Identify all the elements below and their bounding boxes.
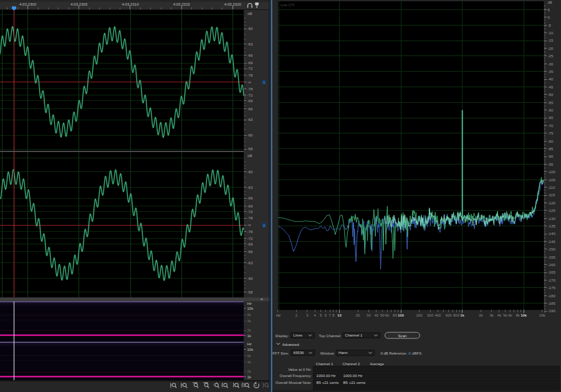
- svg-text:4k: 4k: [497, 313, 502, 317]
- svg-text:Hz: Hz: [247, 302, 252, 305]
- svg-text:Channel 1: Channel 1: [345, 333, 363, 337]
- svg-text:-80: -80: [548, 139, 554, 143]
- svg-text:Hz: Hz: [276, 313, 280, 317]
- svg-text:10: 10: [337, 313, 342, 317]
- svg-text:dB: dB: [548, 1, 552, 4]
- svg-text:Display:: Display:: [276, 333, 289, 338]
- svg-text:-190: -190: [548, 308, 556, 313]
- svg-text:6k: 6k: [508, 313, 512, 317]
- svg-text:-78: -78: [247, 216, 254, 220]
- svg-text:1000.00 Hz: 1000.00 Hz: [317, 373, 336, 378]
- svg-text:-90: -90: [548, 154, 554, 158]
- svg-text:-60: -60: [247, 276, 254, 280]
- svg-text:5k: 5k: [503, 313, 507, 317]
- svg-text:1000.00 Hz: 1000.00 Hz: [343, 373, 363, 378]
- svg-text:dBFS: dBFS: [412, 351, 421, 355]
- svg-text:-40: -40: [548, 77, 554, 81]
- svg-text:-58: -58: [247, 146, 254, 151]
- svg-text:60: 60: [385, 313, 390, 317]
- svg-text:6k: 6k: [247, 313, 252, 317]
- svg-text:0: 0: [548, 15, 550, 19]
- svg-text:-155: -155: [548, 255, 556, 259]
- svg-text:4:03.2300: 4:03.2300: [19, 2, 37, 6]
- svg-text:Channel 1: Channel 1: [316, 361, 333, 366]
- svg-text:-63: -63: [247, 117, 254, 122]
- svg-text:-60: -60: [247, 133, 254, 137]
- svg-text:2k: 2k: [247, 328, 252, 332]
- svg-text:-140: -140: [548, 231, 556, 236]
- svg-text:FFT Size:: FFT Size:: [272, 351, 289, 355]
- svg-text:-72: -72: [247, 236, 254, 241]
- svg-text:-72: -72: [247, 93, 254, 97]
- svg-text:-66: -66: [247, 53, 254, 57]
- svg-text:-50: -50: [548, 92, 554, 97]
- svg-text:-78: -78: [247, 87, 254, 91]
- svg-text:-110: -110: [548, 185, 555, 189]
- svg-text:-30: -30: [548, 62, 554, 66]
- svg-text:-63: -63: [247, 185, 254, 189]
- svg-text:800: 800: [453, 313, 460, 317]
- svg-text:-60: -60: [548, 108, 554, 112]
- svg-text:40: 40: [374, 313, 378, 317]
- svg-text:100: 100: [398, 313, 405, 317]
- svg-text:-130: -130: [548, 216, 556, 221]
- svg-text:-72: -72: [247, 66, 254, 70]
- svg-text:10k: 10k: [520, 313, 527, 317]
- svg-text:4k: 4k: [247, 360, 252, 364]
- svg-text:-15: -15: [548, 38, 554, 42]
- svg-text:B5 +21 cents: B5 +21 cents: [317, 380, 339, 385]
- svg-text:-78: -78: [247, 73, 254, 77]
- svg-text:-125: -125: [548, 208, 556, 213]
- svg-text:-35: -35: [548, 69, 554, 74]
- svg-text:-63: -63: [247, 42, 254, 46]
- svg-text:-165: -165: [548, 270, 556, 274]
- svg-text:2k: 2k: [479, 313, 483, 317]
- svg-text:5: 5: [548, 7, 550, 12]
- svg-text:4:03.2315: 4:03.2315: [173, 2, 191, 6]
- svg-text:4k: 4k: [247, 319, 252, 323]
- svg-text:-55: -55: [548, 100, 554, 105]
- svg-text:-25: -25: [548, 54, 554, 58]
- svg-text:8k: 8k: [515, 313, 520, 317]
- svg-text:1k: 1k: [460, 313, 464, 317]
- svg-text:-105: -105: [548, 178, 556, 182]
- svg-text:-∞: -∞: [247, 222, 251, 227]
- svg-text:10k: 10k: [247, 348, 254, 351]
- svg-text:-145: -145: [548, 239, 556, 244]
- svg-text:200: 200: [416, 313, 423, 317]
- svg-text:-45: -45: [548, 85, 554, 89]
- svg-text:Hz: Hz: [247, 342, 252, 346]
- svg-text:50: 50: [380, 313, 385, 317]
- svg-text:Window:: Window:: [320, 351, 335, 355]
- svg-text:-69: -69: [247, 98, 254, 103]
- svg-text:Channel 2: Channel 2: [343, 361, 360, 366]
- svg-text:-63: -63: [247, 261, 254, 265]
- svg-text:-180: -180: [548, 294, 556, 298]
- svg-text:20: 20: [356, 313, 360, 317]
- svg-text:10k: 10k: [247, 307, 254, 310]
- svg-text:-160: -160: [548, 262, 556, 267]
- svg-text:0 dB Reference:: 0 dB Reference:: [381, 351, 408, 355]
- svg-text:-65: -65: [548, 115, 554, 120]
- svg-text:300: 300: [427, 313, 434, 317]
- svg-text:Scan: Scan: [398, 333, 407, 338]
- svg-text:-70: -70: [548, 123, 554, 128]
- svg-text:30: 30: [367, 313, 371, 317]
- svg-text:-60: -60: [247, 26, 254, 31]
- svg-text:-10: -10: [548, 31, 554, 35]
- svg-text:-120: -120: [548, 201, 556, 205]
- svg-text:-∞: -∞: [247, 80, 251, 84]
- svg-text:Overall Frequency:: Overall Frequency:: [280, 373, 312, 378]
- svg-text:-69: -69: [247, 242, 254, 246]
- svg-text:B5 +21 cents: B5 +21 cents: [343, 380, 366, 385]
- svg-text:Top Channel:: Top Channel:: [319, 333, 342, 338]
- svg-text:Lines: Lines: [294, 333, 303, 337]
- svg-text:1k: 1k: [247, 334, 252, 338]
- svg-text:-66: -66: [247, 249, 254, 254]
- svg-text:Overall Musical Note:: Overall Musical Note:: [276, 380, 312, 385]
- svg-text:-78: -78: [247, 229, 254, 234]
- svg-text:-175: -175: [548, 285, 556, 290]
- svg-text:-69: -69: [247, 204, 254, 208]
- svg-text:-58: -58: [247, 290, 254, 294]
- svg-text:2: 2: [263, 224, 265, 227]
